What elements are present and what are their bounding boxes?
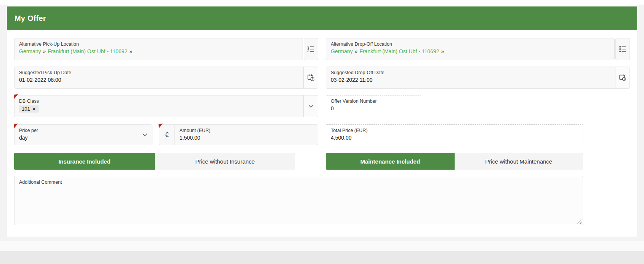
pickup-location-field[interactable]: Alternative Pick-Up Location Germany»Fra… [14, 38, 303, 60]
chevron-down-icon [308, 105, 314, 108]
db-class-chip[interactable]: 101 ✕ [19, 105, 39, 113]
price-without-insurance-button[interactable]: Price without Insurance [155, 153, 295, 170]
euro-icon: € [159, 125, 175, 145]
breadcrumb-separator: » [43, 48, 46, 54]
dropoff-date-label: Suggested Drop-Off Date [331, 70, 610, 75]
db-class-label: DB Class [19, 99, 299, 104]
breadcrumb-separator: » [441, 48, 444, 54]
pickup-date-value: 01-02-2022 08:00 [19, 77, 299, 83]
pickup-date-field[interactable]: Suggested Pick-Up Date 01-02-2022 08:00 [14, 67, 318, 89]
pickup-location-breadcrumb: Germany»Frankfurt (Main) Ost Ubf - 11069… [19, 48, 298, 54]
pickup-date-calendar-button[interactable] [303, 67, 318, 88]
calendar-clock-icon [618, 73, 627, 82]
additional-comment-textarea[interactable]: Additional Comment [14, 176, 583, 225]
additional-comment-label: Additional Comment [19, 180, 578, 185]
amount-value: 1,500.00 [179, 135, 210, 141]
card-header: My Offer [7, 6, 637, 30]
offer-version-value: 0 [331, 105, 416, 111]
total-price-field: Total Price (EUR) 4,500.00 [326, 124, 583, 145]
row-toggles: Insurance Included Price without Insuran… [7, 153, 637, 170]
amount-field[interactable]: € Amount (EUR) 1,500.00 [159, 124, 318, 145]
pickup-country-link[interactable]: Germany [19, 48, 41, 54]
total-price-value: 4,500.00 [331, 135, 578, 141]
dropoff-location-list-button[interactable] [615, 38, 630, 60]
pickup-station-link[interactable]: Frankfurt (Main) Ost Ubf - 110692 [48, 48, 127, 54]
dropoff-date-value: 03-02-2022 11:00 [331, 77, 610, 83]
pickup-location-label: Alternative Pick-Up Location [19, 41, 298, 47]
offer-version-label: Offer Version Number [331, 99, 416, 104]
my-offer-card: My Offer Alternative Pick-Up Location Ge… [7, 4, 637, 237]
price-per-select[interactable]: Price per day [14, 124, 152, 145]
dropoff-date-field[interactable]: Suggested Drop-Off Date 03-02-2022 11:00 [326, 67, 630, 89]
list-icon [307, 45, 315, 53]
horizontal-scrollbar[interactable] [0, 241, 644, 251]
list-icon [619, 45, 626, 53]
chevron-down-icon [142, 133, 147, 137]
dropoff-location-field[interactable]: Alternative Drop-Off Location Germany»Fr… [326, 38, 615, 60]
amount-label: Amount (EUR) [179, 128, 210, 133]
maintenance-toggle: Maintenance Included Price without Maint… [326, 153, 583, 170]
breadcrumb-separator: » [355, 48, 358, 54]
calendar-clock-icon [307, 73, 315, 82]
row-class-version: DB Class 101 ✕ [7, 95, 637, 117]
db-class-field[interactable]: DB Class 101 ✕ [14, 95, 318, 117]
page-title: My Offer [14, 14, 46, 23]
page: My Offer Alternative Pick-Up Location Ge… [0, 0, 644, 264]
db-class-dropdown-button[interactable] [303, 95, 318, 117]
offer-version-field: Offer Version Number 0 [326, 95, 421, 117]
close-icon[interactable]: ✕ [32, 107, 36, 111]
dropoff-country-link[interactable]: Germany [331, 48, 353, 54]
breadcrumb-separator: » [129, 48, 132, 54]
insurance-toggle: Insurance Included Price without Insuran… [14, 153, 295, 170]
pickup-date-label: Suggested Pick-Up Date [19, 70, 299, 75]
price-without-maintenance-button[interactable]: Price without Maintenance [455, 153, 583, 170]
pickup-location-list-button[interactable] [304, 38, 318, 60]
row-dates: Suggested Pick-Up Date 01-02-2022 08:00 [7, 67, 637, 89]
price-per-value: day [19, 135, 133, 141]
dropoff-location-breadcrumb: Germany»Frankfurt (Main) Ost Ubf - 11069… [331, 48, 610, 54]
total-price-label: Total Price (EUR) [331, 128, 578, 133]
dropoff-station-link[interactable]: Frankfurt (Main) Ost Ubf - 110692 [359, 48, 439, 54]
price-per-label: Price per [19, 128, 133, 133]
dropoff-date-calendar-button[interactable] [615, 67, 630, 88]
resize-handle[interactable] [577, 219, 582, 224]
maintenance-included-button[interactable]: Maintenance Included [326, 153, 455, 170]
row-locations: Alternative Pick-Up Location Germany»Fra… [7, 38, 637, 60]
row-prices: Price per day € Amount (EUR) 1,5 [7, 124, 637, 145]
dropoff-location-label: Alternative Drop-Off Location [331, 41, 610, 47]
db-class-chip-value: 101 [22, 106, 30, 112]
price-per-dropdown-button[interactable] [138, 125, 152, 145]
insurance-included-button[interactable]: Insurance Included [14, 153, 155, 170]
bottom-band [0, 251, 644, 264]
